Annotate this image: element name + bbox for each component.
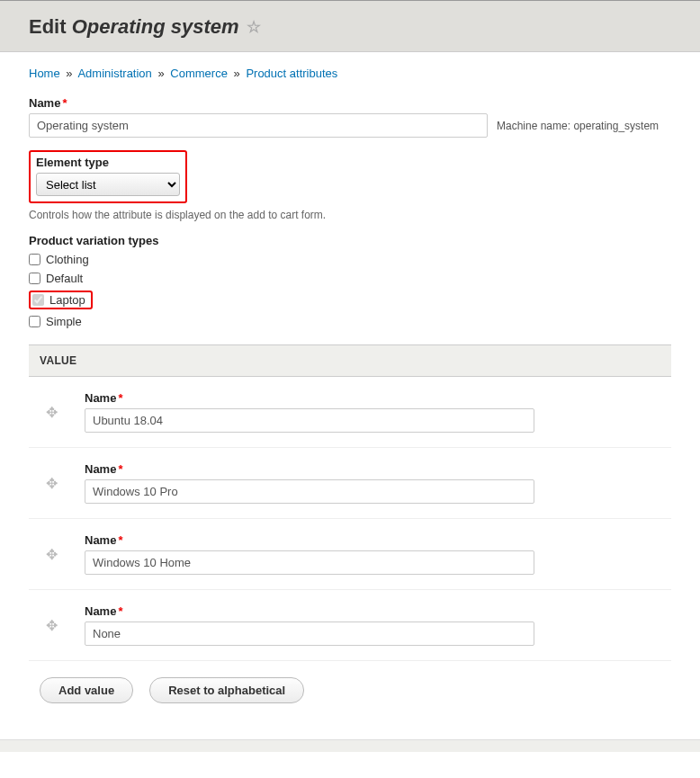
variation-checkbox[interactable] <box>29 273 40 284</box>
variation-checkbox[interactable] <box>29 254 40 265</box>
table-row: ✥Name* <box>29 519 671 590</box>
value-name-label: Name* <box>85 533 660 547</box>
variation-types-label: Product variation types <box>29 234 671 247</box>
variation-checkbox[interactable] <box>29 316 40 327</box>
values-header: VALUE <box>29 345 671 377</box>
variation-types-list: ClothingDefaultLaptopSimple <box>29 253 671 328</box>
variation-label: Clothing <box>46 253 89 266</box>
name-label: Name* <box>29 96 671 110</box>
value-name-label: Name* <box>85 604 660 618</box>
table-row: ✥Name* <box>29 377 671 448</box>
title-entity: Operating system <box>72 15 239 38</box>
machine-name-display: Machine name: operating_system <box>497 120 659 132</box>
favorite-star-icon[interactable]: ☆ <box>247 17 261 37</box>
breadcrumb-sep: » <box>234 67 240 80</box>
drag-handle-icon[interactable]: ✥ <box>46 618 58 633</box>
values-table: VALUE ✥Name*✥Name*✥Name*✥Name* <box>29 344 671 661</box>
required-icon: * <box>62 96 67 110</box>
value-name-input[interactable] <box>85 479 534 504</box>
breadcrumb-product-attributes[interactable]: Product attributes <box>246 67 337 80</box>
drag-handle-icon[interactable]: ✥ <box>46 476 58 491</box>
element-type-label: Element type <box>36 156 180 169</box>
required-icon: * <box>118 462 122 476</box>
drag-handle-icon[interactable]: ✥ <box>46 547 58 562</box>
variation-checkbox[interactable] <box>32 294 44 306</box>
variation-type-clothing[interactable]: Clothing <box>29 253 671 266</box>
element-type-description: Controls how the attribute is displayed … <box>29 209 671 221</box>
variation-label: Simple <box>46 315 82 328</box>
breadcrumb-administration[interactable]: Administration <box>77 67 151 80</box>
breadcrumb-commerce[interactable]: Commerce <box>170 67 228 80</box>
drag-handle-icon[interactable]: ✥ <box>46 405 58 420</box>
value-name-label: Name* <box>85 462 660 476</box>
variation-type-default[interactable]: Default <box>29 272 671 285</box>
add-value-button[interactable]: Add value <box>40 677 133 703</box>
required-icon: * <box>118 533 122 547</box>
breadcrumb: Home » Administration » Commerce » Produ… <box>29 67 671 80</box>
value-name-input[interactable] <box>85 408 534 433</box>
value-name-label: Name* <box>85 391 660 405</box>
name-input[interactable] <box>29 113 488 138</box>
table-row: ✥Name* <box>29 448 671 519</box>
variation-label: Default <box>46 272 83 285</box>
page-titlebar: Edit Operating system ☆ <box>0 0 700 52</box>
breadcrumb-home[interactable]: Home <box>29 67 60 80</box>
table-row: ✥Name* <box>29 590 671 661</box>
reset-alphabetical-button[interactable]: Reset to alphabetical <box>149 677 304 703</box>
title-prefix: Edit <box>29 15 67 38</box>
footer-bar <box>0 739 700 752</box>
element-type-highlight: Element type Select list <box>29 150 187 203</box>
variation-type-laptop[interactable]: Laptop <box>29 291 93 309</box>
variation-label: Laptop <box>49 293 85 307</box>
breadcrumb-sep: » <box>157 67 164 80</box>
value-name-input[interactable] <box>85 550 534 575</box>
variation-type-simple[interactable]: Simple <box>29 315 671 328</box>
element-type-select[interactable]: Select list <box>36 173 180 196</box>
required-icon: * <box>118 604 122 618</box>
page-title: Edit Operating system ☆ <box>29 15 671 39</box>
value-name-input[interactable] <box>85 622 534 646</box>
breadcrumb-sep: » <box>66 67 72 80</box>
required-icon: * <box>118 391 122 405</box>
